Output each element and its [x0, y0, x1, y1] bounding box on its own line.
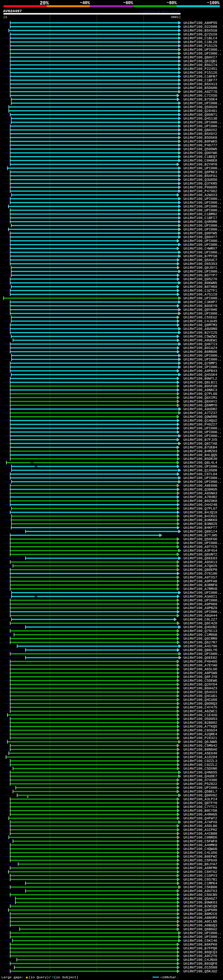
svg-text:UniRef100_P15126: UniRef100_P15126	[184, 71, 217, 75]
svg-text:UniRef100_C7IXS6: UniRef100_C7IXS6	[184, 94, 217, 98]
svg-text:UniRef100_B6RB96: UniRef100_B6RB96	[184, 350, 217, 354]
svg-text:UniRef100_C1BLC4: UniRef100_C1BLC4	[184, 37, 217, 40]
svg-text:UniRef100_B3N025: UniRef100_B3N025	[184, 522, 217, 526]
svg-text:UniRef100_O15589: UniRef100_O15589	[184, 966, 217, 970]
svg-text:UniRef100_Q8AVI7: UniRef100_Q8AVI7	[184, 56, 217, 59]
svg-text:UniRef100_P47962: UniRef100_P47962	[184, 189, 217, 193]
svg-text:UniRef100_B4JQ19: UniRef100_B4JQ19	[184, 511, 217, 514]
svg-text:UniRef100_O65353: UniRef100_O65353	[184, 262, 217, 266]
svg-text:UniRef100_Q6JWW5: UniRef100_Q6JWW5	[184, 740, 217, 744]
svg-text:UniRef100_A9TYC5: UniRef100_A9TYC5	[184, 545, 217, 549]
svg-text:UniRef100_A0CLN5: UniRef100_A0CLN5	[184, 920, 217, 924]
svg-text:UniRef100_Q5KJU2: UniRef100_Q5KJU2	[184, 970, 217, 974]
svg-text:UniRef100_UPI000..: UniRef100_UPI000..	[184, 591, 221, 595]
svg-text:UniRef100_B6H4Z3: UniRef100_B6H4Z3	[184, 687, 217, 690]
svg-text:~60%: ~60%	[123, 1, 133, 6]
svg-text:UniRef100_UPI000..: UniRef100_UPI000..	[184, 251, 221, 255]
svg-text:UniRef100_UPI000..: UniRef100_UPI000..	[184, 208, 221, 212]
svg-text:UniRef100_B9SFU0: UniRef100_B9SFU0	[184, 385, 217, 388]
svg-text:UniRef100_C1E4X6: UniRef100_C1E4X6	[184, 713, 217, 717]
svg-text:UniRef100_Q54XX3: UniRef100_Q54XX3	[184, 690, 217, 694]
svg-text:UniRef100_Q38HU5: UniRef100_Q38HU5	[184, 488, 217, 492]
svg-text:UniRef100_C0NRD6: UniRef100_C0NRD6	[184, 836, 217, 840]
svg-text:UniRef100_Q75C13: UniRef100_Q75C13	[184, 629, 217, 633]
svg-text:UniRef100_A3F4S4: UniRef100_A3F4S4	[184, 549, 217, 553]
svg-text:UniRef100_A7S1I9: UniRef100_A7S1I9	[184, 293, 217, 296]
svg-text:UniRef100_A9PB43: UniRef100_A9PB43	[184, 369, 217, 373]
svg-text:UniRef100_C0L2Z7: UniRef100_C0L2Z7	[184, 618, 217, 622]
svg-text:UniRef100_A6RFM8: UniRef100_A6RFM8	[184, 866, 217, 870]
svg-text:UniRef100_B5G1T4: UniRef100_B5G1T4	[184, 63, 217, 67]
svg-text:UniRef100_B5DGK8: UniRef100_B5DGK8	[184, 136, 217, 140]
svg-text:UniRef100_B4LQQ5: UniRef100_B4LQQ5	[184, 453, 217, 457]
svg-text:UniRef100_B7FJX5: UniRef100_B7FJX5	[184, 438, 217, 442]
svg-text:UniRef100_UPI000..: UniRef100_UPI000..	[184, 365, 221, 369]
svg-text:UniRef100_A7TZ37: UniRef100_A7TZ37	[184, 411, 217, 415]
svg-text:|1: |1	[3, 15, 7, 19]
svg-text:UniRef100_Q0JGY1: UniRef100_Q0JGY1	[184, 266, 217, 270]
svg-text:UniRef100_C4WRX7: UniRef100_C4WRX7	[184, 247, 217, 251]
svg-text:UniRef100_A7TKQ5: UniRef100_A7TKQ5	[184, 725, 217, 729]
svg-text:UniRef100_Q26481: UniRef100_Q26481	[184, 109, 217, 113]
svg-text:UniRef100_A2WXX3: UniRef100_A2WXX3	[184, 193, 217, 197]
svg-text:UniRef100_Q8MTM3: UniRef100_Q8MTM3	[184, 323, 217, 327]
svg-text:UniRef100_P22451: UniRef100_P22451	[184, 67, 217, 71]
svg-text:UniRef100_C5MG42: UniRef100_C5MG42	[184, 744, 217, 748]
svg-text:UniRef100_A2QRE4: UniRef100_A2QRE4	[184, 732, 217, 736]
svg-text:UniRef100_A4IB88: UniRef100_A4IB88	[184, 832, 217, 836]
svg-text:UniRef100_UPI000..: UniRef100_UPI000..	[184, 312, 221, 316]
svg-text:UniRef100_B4IKU1: UniRef100_B4IKU1	[184, 514, 217, 518]
svg-text:UniRef100_Q00V92: UniRef100_Q00V92	[184, 794, 217, 797]
svg-text:UniRef100_Q58DW5: UniRef100_Q58DW5	[184, 147, 217, 151]
svg-text:UniRef100_Q9W5R8: UniRef100_Q9W5R8	[184, 415, 217, 419]
svg-text:UniRef100_B0CYD8: UniRef100_B0CYD8	[184, 809, 217, 813]
svg-text:UniRef100_C5KB00: UniRef100_C5KB00	[184, 885, 217, 889]
svg-text:UniRef100_Q2GYD4: UniRef100_Q2GYD4	[184, 683, 217, 687]
svg-text:UniRef100_C0S7B1: UniRef100_C0S7B1	[184, 878, 217, 881]
svg-text:UniRef100_A0BUQ3: UniRef100_A0BUQ3	[184, 924, 217, 928]
svg-text:UniRef100_Q90YW6: UniRef100_Q90YW6	[184, 151, 217, 155]
svg-text:UniRef100_B3RNF8: UniRef100_B3RNF8	[184, 583, 217, 587]
svg-text:UniRef100_Q4R5M0: UniRef100_Q4R5M0	[184, 220, 217, 224]
svg-text:UniRef100_C5WZW1: UniRef100_C5WZW1	[184, 335, 217, 339]
svg-text:UniRef100_UPI000..: UniRef100_UPI000..	[184, 358, 221, 361]
svg-text:UniRef100_A7R4R2: UniRef100_A7R4R2	[184, 495, 217, 499]
svg-text:UniRef100_UPI000..: UniRef100_UPI000..	[184, 652, 221, 656]
svg-text:UniRef100_B5DK39: UniRef100_B5DK39	[184, 457, 217, 461]
svg-text:UniRef100_C1M0G8: UniRef100_C1M0G8	[184, 633, 217, 637]
svg-text:UniRef100_Q1XGD8: UniRef100_Q1XGD8	[184, 469, 217, 473]
svg-text:UniRef100_A9ZT78: UniRef100_A9ZT78	[184, 90, 217, 94]
svg-text:UniRef100_Q8AVX2: UniRef100_Q8AVX2	[184, 128, 217, 132]
svg-text:UniRef100_UPI000..: UniRef100_UPI000..	[184, 931, 221, 935]
svg-text:UniRef100_B9WK63: UniRef100_B9WK63	[184, 901, 217, 905]
svg-text:UniRef100_Q86LY6: UniRef100_Q86LY6	[184, 648, 217, 652]
svg-text:AV624497: AV624497	[3, 9, 22, 13]
svg-text:UniRef100_C6HT62: UniRef100_C6HT62	[184, 870, 217, 874]
svg-text:UniRef100_UPI000..: UniRef100_UPI000..	[184, 354, 221, 358]
svg-text:UniRef100_C9ZZL2: UniRef100_C9ZZL2	[184, 763, 217, 767]
svg-text:UniRef100_UPI000..: UniRef100_UPI000..	[184, 224, 221, 228]
svg-text:UniRef100_Q70MP1: UniRef100_Q70MP1	[184, 361, 217, 365]
svg-text:UniRef100_C1BL29: UniRef100_C1BL29	[184, 40, 217, 44]
svg-text:UniRef100_O74306: UniRef100_O74306	[184, 778, 217, 782]
svg-text:UniRef100_Q0D0Q3: UniRef100_Q0D0Q3	[184, 702, 217, 706]
svg-text:UniRef100_C1BM02: UniRef100_C1BM02	[184, 212, 217, 216]
svg-text:UniRef100_UPI000..: UniRef100_UPI000..	[184, 48, 221, 52]
svg-text:UniRef100_Q3TKR5: UniRef100_Q3TKR5	[184, 182, 217, 186]
svg-text:UniRef100_UPI000..: UniRef100_UPI000..	[184, 465, 221, 469]
svg-text:UniRef100_Q6CRR9: UniRef100_Q6CRR9	[184, 637, 217, 641]
svg-text:UniRef100_C4JNX0: UniRef100_C4JNX0	[184, 958, 217, 962]
svg-text:UniRef100_Q5XUC7: UniRef100_Q5XUC7	[184, 258, 217, 262]
svg-text:UniRef100_Q6C4Z8: UniRef100_Q6C4Z8	[184, 622, 217, 625]
svg-text:UniRef100_A8U9N9: UniRef100_A8U9N9	[184, 327, 217, 331]
svg-text:UniRef100_B2YHY0: UniRef100_B2YHY0	[184, 163, 217, 167]
svg-text:UniRef100_C1BFI7: UniRef100_C1BFI7	[184, 216, 217, 220]
svg-text:UniRef100_Q4FWT2: UniRef100_Q4FWT2	[184, 817, 217, 821]
svg-text:UniRef100_UPI000..: UniRef100_UPI000..	[184, 786, 221, 790]
svg-text:UniRef100_B0WTL2: UniRef100_B0WTL2	[184, 377, 217, 381]
svg-text:UniRef100_A9PFA8: UniRef100_A9PFA8	[184, 579, 217, 583]
svg-text:UniRef100_O59953: UniRef100_O59953	[184, 717, 217, 721]
svg-text:UniRef100_UPI000..: UniRef100_UPI000..	[184, 201, 221, 205]
svg-text:UniRef100_UPI000..: UniRef100_UPI000..	[184, 426, 221, 430]
svg-text:UniRef100_Q5AGZ7: UniRef100_Q5AGZ7	[184, 897, 217, 901]
